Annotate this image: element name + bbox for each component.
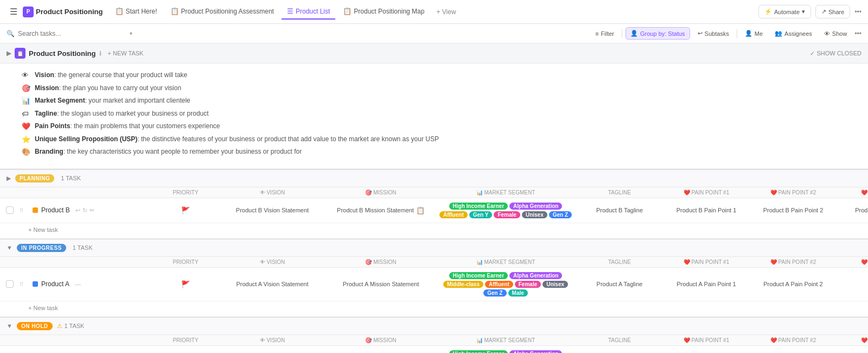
project-info-icon[interactable]: ℹ	[99, 50, 101, 57]
tab-assessment[interactable]: 📋 Product Positioning Assessment	[165, 4, 279, 20]
project-section-header: ▶ 📋 Product Positioning ℹ + NEW TASK ✓ S…	[0, 43, 868, 64]
subtasks-button[interactable]: ↩ Subtasks	[693, 28, 733, 39]
add-view-button[interactable]: + View	[432, 5, 460, 19]
automate-button[interactable]: ⚡ Automate ▾	[758, 5, 811, 18]
desc-mission: 🎯 Mission: the plan you have to carry ou…	[22, 83, 857, 94]
col-priority-header: PRIORITY	[153, 259, 218, 265]
tab-positioning-map[interactable]: 📋 Product Positioning Map	[337, 4, 430, 20]
col-priority-header: PRIORITY	[153, 190, 218, 196]
tab-start-here[interactable]: 📋 Start Here!	[110, 4, 163, 20]
tag-female: Female	[515, 281, 541, 288]
task-vision: Product A Vision Statement	[218, 281, 327, 287]
planning-group-header[interactable]: ▶ PLANNING 1 TASK	[0, 169, 868, 187]
col-tagline-header: TAGLINE	[576, 190, 663, 196]
col-pain2-header: ❤️ PAIN POINT #2	[750, 337, 837, 343]
task-market-segments: High Income Earner Alpha Generation Affl…	[435, 201, 576, 219]
col-market-header: 📊 MARKET SEGMENT	[435, 259, 576, 265]
usp-icon: ⭐	[22, 134, 31, 145]
desc-painpoints: ❤️ Pain Points: the main problems that y…	[22, 121, 857, 132]
task-checkbox[interactable]	[6, 280, 14, 288]
col-pain1-header: ❤️ PAIN POINT #1	[663, 190, 750, 196]
col-market-header: 📊 MARKET SEGMENT	[435, 337, 576, 343]
col-pain2-header: ❤️ PAIN POINT #2	[750, 259, 837, 265]
show-closed-button[interactable]: ✓ SHOW CLOSED	[810, 50, 861, 57]
col-mission-header: 🎯 MISSION	[327, 337, 435, 343]
task-actions: ↩ ↻ ✏	[75, 207, 94, 214]
more-options-icon[interactable]: •••	[854, 8, 861, 16]
task-drag-handle[interactable]: ⠿	[20, 207, 28, 213]
copy-icon[interactable]: 📋	[416, 206, 425, 215]
inprogress-task-count: 1 TASK	[73, 244, 93, 251]
tag-female: Female	[494, 211, 520, 218]
task-relation-icon[interactable]: —	[75, 281, 81, 287]
assignees-button[interactable]: 👥 Assignees	[770, 28, 816, 39]
search-icon: 🔍	[7, 30, 15, 37]
project-collapse-icon[interactable]: ▶	[7, 49, 11, 57]
inprogress-col-headers: PRIORITY 👁 VISION 🎯 MISSION 📊 MARKET SEG…	[0, 257, 868, 268]
onhold-collapse-icon[interactable]: ▼	[7, 323, 12, 329]
show-button[interactable]: 👁 Show	[820, 28, 852, 39]
task-vision: Product B Vision Statement	[218, 207, 327, 213]
search-input[interactable]	[18, 30, 126, 37]
tag-high-income: High Income Earner	[449, 350, 508, 354]
task-color-indicator	[33, 281, 38, 287]
filter-button[interactable]: ≡ Filter	[591, 28, 618, 39]
col-mission-header: 🎯 MISSION	[327, 190, 435, 196]
app-logo: P	[23, 7, 34, 17]
project-name: Product Positioning	[36, 8, 103, 16]
inprogress-badge: IN PROGRESS	[17, 244, 66, 252]
tab-start-icon: 📋	[115, 7, 124, 15]
planning-new-task[interactable]: + New task	[0, 223, 868, 238]
task-drag-handle[interactable]: ⠿	[20, 281, 28, 287]
tag-unisex: Unisex	[522, 211, 547, 218]
col-vision-header: 👁 VISION	[218, 259, 327, 265]
col-pain3-header: ❤️ PAIN POINT	[837, 337, 868, 343]
tag-affluent: Affluent	[485, 281, 513, 288]
inprogress-group-header[interactable]: ▼ IN PROGRESS 1 TASK	[0, 238, 868, 257]
table-row: ⠿ Product X — 🏴 Sample Vision Product X …	[0, 346, 868, 354]
toolbar-right: ≡ Filter 👤 Group by: Status ↩ Subtasks 👤…	[591, 27, 861, 40]
description-area: 👁 Vision: the general course that your p…	[0, 64, 868, 169]
assignees-icon: 👥	[775, 30, 782, 37]
me-icon: 👤	[745, 30, 752, 37]
task-name: Product B	[41, 206, 70, 214]
task-edit-icon[interactable]: ✏	[90, 207, 94, 214]
tab-product-list[interactable]: ☰ Product List	[282, 4, 335, 20]
table-row: ⠿ Product B ↩ ↻ ✏ 🚩 Product B Vision Sta…	[0, 198, 868, 223]
task-subtask-icon[interactable]: ↩	[75, 207, 80, 214]
onhold-warning-icon: ⚠	[57, 323, 62, 330]
more-toolbar-icon[interactable]: •••	[854, 30, 861, 37]
toolbar: 🔍 ▾ ≡ Filter 👤 Group by: Status ↩ Subtas…	[0, 24, 868, 43]
col-pain1-header: ❤️ PAIN POINT #1	[663, 259, 750, 265]
onhold-group-header[interactable]: ▼ ON HOLD ⚠ 1 TASK	[0, 317, 868, 335]
onhold-group: ▼ ON HOLD ⚠ 1 TASK PRIORITY 👁 VISION 🎯 M…	[0, 317, 868, 354]
col-pain2-header: ❤️ PAIN POINT #2	[750, 190, 837, 196]
planning-col-headers: PRIORITY 👁 VISION 🎯 MISSION 📊 MARKET SEG…	[0, 187, 868, 198]
new-task-button[interactable]: + NEW TASK	[108, 50, 144, 56]
search-caret-icon[interactable]: ▾	[130, 30, 132, 36]
tag-unisex: Unisex	[542, 281, 568, 288]
task-market-segments: High Income Earner Alpha Generation Midd…	[435, 349, 576, 354]
planning-task-count: 1 TASK	[61, 175, 81, 181]
col-vision-header: 👁 VISION	[218, 337, 327, 343]
col-tagline-header: TAGLINE	[576, 259, 663, 265]
planning-collapse-icon[interactable]: ▶	[7, 175, 11, 182]
task-checkbox[interactable]	[6, 206, 14, 214]
group-by-button[interactable]: 👤 Group by: Status	[626, 27, 690, 40]
inprogress-new-task[interactable]: + New task	[0, 301, 868, 317]
hamburger-menu[interactable]: ☰	[7, 4, 21, 19]
desc-branding: 🎨 Branding: the key characteristics you …	[22, 147, 857, 157]
me-button[interactable]: 👤 Me	[741, 28, 767, 39]
tag-alpha-gen: Alpha Generation	[509, 203, 562, 210]
desc-tagline: 🏷 Tagline: the slogan used to market you…	[22, 109, 857, 119]
task-reload-icon[interactable]: ↻	[82, 207, 87, 214]
tag-middle-class: Middle-class	[443, 281, 483, 288]
share-button[interactable]: ↗ Share	[815, 5, 850, 18]
tag-high-income: High Income Earner	[449, 272, 508, 279]
inprogress-group: ▼ IN PROGRESS 1 TASK PRIORITY 👁 VISION 🎯…	[0, 238, 868, 317]
task-actions: —	[75, 281, 81, 287]
col-pain3-header: ❤️ PAIN POINT	[837, 190, 868, 196]
inprogress-collapse-icon[interactable]: ▼	[7, 244, 12, 251]
col-tagline-header: TAGLINE	[576, 337, 663, 343]
task-pain3: Product B Pain P...	[837, 207, 868, 213]
